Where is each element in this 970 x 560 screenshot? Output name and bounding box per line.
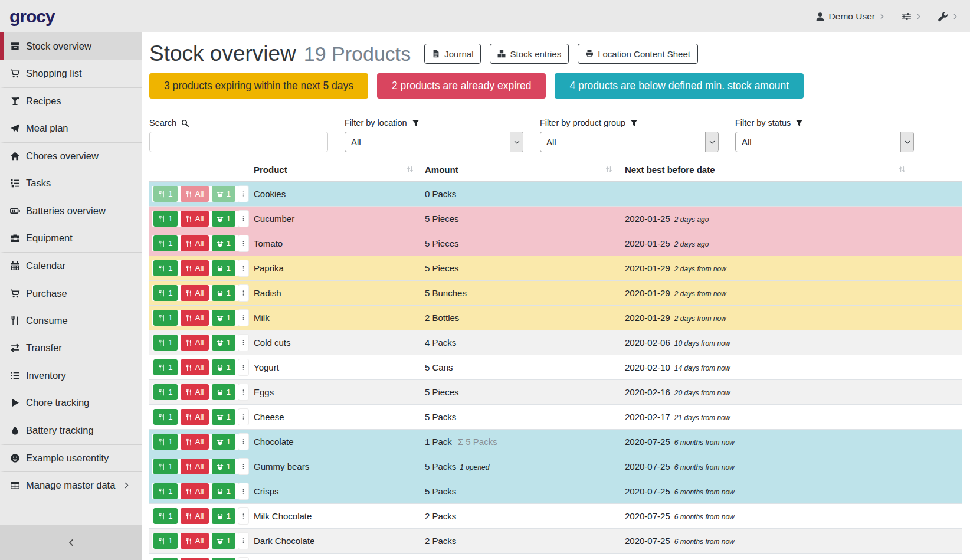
consume-one-button[interactable]: 1	[153, 434, 178, 450]
consume-one-button[interactable]: 1	[153, 235, 178, 251]
consume-one-button[interactable]: 1	[153, 384, 178, 400]
sidebar-item-example-userentity[interactable]: Example userentity	[0, 444, 142, 472]
sidebar-collapse-button[interactable]	[0, 525, 142, 560]
product-column-header[interactable]: Product	[249, 158, 420, 181]
topbar-menus: Demo User	[815, 11, 958, 22]
row-menu-button[interactable]	[238, 558, 248, 560]
mark-opened-button[interactable]: 1	[212, 434, 236, 450]
consume-one-button[interactable]: 1	[153, 211, 178, 227]
consume-all-button[interactable]: All	[181, 409, 209, 425]
row-menu-button[interactable]	[238, 409, 248, 425]
stock-entries-button[interactable]: Stock entries	[490, 44, 569, 64]
consume-all-button[interactable]: All	[181, 508, 209, 524]
consume-one-button[interactable]: 1	[153, 508, 178, 524]
consume-all-button[interactable]: All	[181, 186, 209, 202]
grocy-logo[interactable]: grocy	[9, 6, 55, 27]
consume-one-button[interactable]: 1	[153, 186, 178, 202]
consume-one-button[interactable]: 1	[153, 533, 178, 549]
consume-one-button[interactable]: 1	[153, 260, 178, 276]
mark-opened-button[interactable]: 1	[212, 483, 236, 499]
row-menu-button[interactable]	[238, 186, 248, 202]
consume-all-button[interactable]: All	[181, 285, 209, 301]
mark-opened-button[interactable]: 1	[212, 508, 236, 524]
sidebar-item-chores-overview[interactable]: Chores overview	[0, 142, 142, 170]
search-input[interactable]	[149, 132, 328, 152]
mark-opened-button[interactable]: 1	[212, 533, 236, 549]
settings-menu[interactable]	[901, 11, 922, 22]
sidebar-item-meal-plan[interactable]: Meal plan	[0, 115, 142, 143]
sidebar-item-shopping-list[interactable]: Shopping list	[0, 60, 142, 88]
mark-opened-button[interactable]: 1	[212, 359, 236, 375]
row-menu-button[interactable]	[238, 359, 248, 375]
row-menu-button[interactable]	[238, 235, 248, 251]
sidebar-item-stock-overview[interactable]: Stock overview	[0, 32, 142, 60]
consume-all-button[interactable]: All	[181, 359, 209, 375]
sidebar-item-tasks[interactable]: Tasks	[0, 170, 142, 198]
sidebar-item-battery-tracking[interactable]: Battery tracking	[0, 417, 142, 444]
below-min-stock-banner[interactable]: 4 products are below defined min. stock …	[555, 73, 804, 99]
sidebar-item-manage-master-data[interactable]: Manage master data	[0, 471, 142, 499]
consume-all-button[interactable]: All	[181, 260, 209, 276]
row-menu-button[interactable]	[238, 533, 248, 549]
row-menu-button[interactable]	[238, 310, 248, 326]
consume-all-button[interactable]: All	[181, 310, 209, 326]
row-menu-button[interactable]	[238, 459, 248, 474]
sidebar-item-batteries-overview[interactable]: Batteries overview	[0, 197, 142, 225]
mark-opened-button[interactable]: 1	[212, 384, 236, 400]
mark-opened-button[interactable]: 1	[212, 235, 236, 251]
row-menu-button[interactable]	[238, 211, 248, 227]
status-filter-select[interactable]: All	[735, 132, 914, 152]
sidebar-item-consume[interactable]: Consume	[0, 307, 142, 335]
consume-all-button[interactable]: All	[181, 211, 209, 227]
consume-one-button[interactable]: 1	[153, 558, 178, 560]
sidebar-item-chore-tracking[interactable]: Chore tracking	[0, 389, 142, 417]
consume-one-button[interactable]: 1	[153, 335, 178, 351]
row-menu-button[interactable]	[238, 260, 248, 276]
row-menu-button[interactable]	[238, 335, 248, 351]
sidebar-item-calendar[interactable]: Calendar	[0, 252, 142, 280]
sidebar-item-equipment[interactable]: Equipment	[0, 225, 142, 253]
location-filter-select[interactable]: All	[345, 132, 523, 152]
sidebar-item-transfer[interactable]: Transfer	[0, 335, 142, 362]
mark-opened-button[interactable]: 1	[212, 260, 236, 276]
consume-all-button[interactable]: All	[181, 459, 209, 474]
expiring-banner[interactable]: 3 products expiring within the next 5 da…	[149, 73, 368, 99]
row-menu-button[interactable]	[238, 508, 248, 524]
mark-opened-button[interactable]: 1	[212, 335, 236, 351]
mark-opened-button[interactable]: 1	[212, 186, 236, 202]
location-content-sheet-button[interactable]: Location Content Sheet	[578, 44, 698, 64]
consume-all-button[interactable]: All	[181, 434, 209, 450]
consume-one-button[interactable]: 1	[153, 409, 178, 425]
mark-opened-button[interactable]: 1	[212, 409, 236, 425]
expired-banner[interactable]: 2 products are already expired	[377, 73, 546, 99]
sidebar-item-inventory[interactable]: Inventory	[0, 362, 142, 389]
row-menu-button[interactable]	[238, 285, 248, 301]
consume-all-button[interactable]: All	[181, 483, 209, 499]
consume-all-button[interactable]: All	[181, 384, 209, 400]
mark-opened-button[interactable]: 1	[212, 211, 236, 227]
consume-all-button[interactable]: All	[181, 558, 209, 560]
sidebar-item-purchase[interactable]: Purchase	[0, 280, 142, 307]
consume-one-button[interactable]: 1	[153, 310, 178, 326]
mark-opened-button[interactable]: 1	[212, 459, 236, 474]
row-menu-button[interactable]	[238, 483, 248, 499]
consume-all-button[interactable]: All	[181, 235, 209, 251]
consume-one-button[interactable]: 1	[153, 285, 178, 301]
user-menu[interactable]: Demo User	[815, 11, 885, 22]
consume-one-button[interactable]: 1	[153, 459, 178, 474]
sidebar-item-recipes[interactable]: Recipes	[0, 87, 142, 115]
journal-button[interactable]: Journal	[424, 44, 481, 64]
mark-opened-button[interactable]: 1	[212, 310, 236, 326]
consume-all-button[interactable]: All	[181, 335, 209, 351]
consume-all-button[interactable]: All	[181, 533, 209, 549]
mark-opened-button[interactable]: 1	[212, 285, 236, 301]
best-before-column-header[interactable]: Next best before date	[619, 158, 962, 181]
product-group-filter-select[interactable]: All	[540, 132, 719, 152]
admin-menu[interactable]	[938, 11, 958, 22]
amount-column-header[interactable]: Amount	[420, 158, 619, 181]
consume-one-button[interactable]: 1	[153, 483, 178, 499]
consume-one-button[interactable]: 1	[153, 359, 178, 375]
row-menu-button[interactable]	[238, 384, 248, 400]
row-menu-button[interactable]	[238, 434, 248, 450]
mark-opened-button[interactable]: 1	[212, 558, 236, 560]
